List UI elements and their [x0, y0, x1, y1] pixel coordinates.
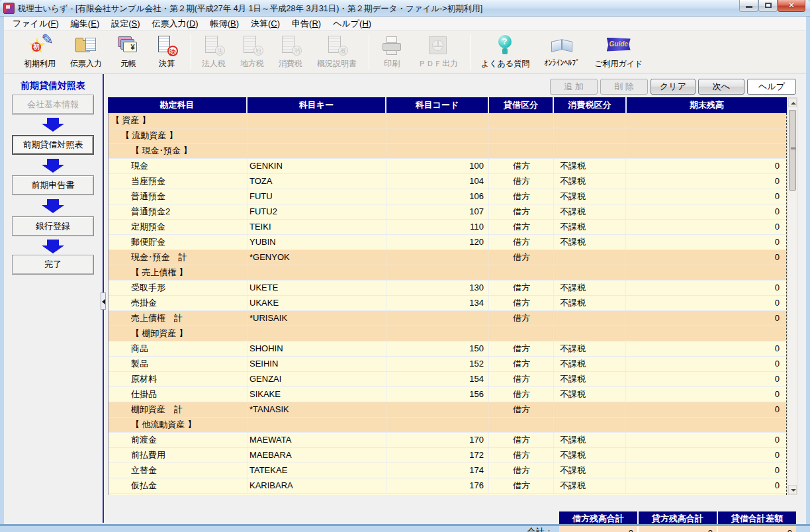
cell-dc	[489, 418, 554, 432]
section-header-row[interactable]: 【 棚卸資産 】	[109, 326, 786, 341]
sidebar-step-3[interactable]: 前期申告書	[12, 175, 94, 195]
section-header-row[interactable]: 【 他流動資産 】	[109, 418, 786, 433]
cell-tax	[554, 402, 626, 417]
toolbar-button-label: 概況説明書	[317, 58, 357, 69]
sidebar-step-5[interactable]: 完了	[12, 255, 94, 275]
table-row[interactable]: 普通預金FUTU106借方不課税0	[109, 189, 786, 204]
splitter-collapse-handle[interactable]	[101, 292, 106, 310]
subtotal-row[interactable]: 現金･預金 計*GENYOK借方0	[109, 250, 786, 265]
scrollbar-thumb[interactable]	[789, 110, 796, 191]
vertical-scrollbar[interactable]	[788, 97, 797, 495]
menu-item-3[interactable]: 設定(S)	[105, 17, 146, 31]
menu-item-7[interactable]: 申告(R)	[286, 17, 327, 31]
toolbar-button-initial-use[interactable]: 初初期利用	[19, 33, 61, 71]
sidebar-step-1: 会社基本情報	[12, 95, 94, 114]
help-button[interactable]: ヘルプ	[747, 79, 796, 95]
cell-bal	[626, 265, 785, 280]
cell-key: KARIBARA	[248, 478, 386, 493]
cell-key: *GENYOK	[248, 250, 386, 265]
table-row[interactable]: 当座預金TOZA104借方不課税0	[109, 174, 786, 189]
section-header-row[interactable]: 【 売上債権 】	[109, 265, 786, 281]
cell-bal: 0	[626, 387, 785, 402]
cell-bal: 0	[626, 478, 785, 493]
menu-item-2[interactable]: 編集(E)	[65, 17, 105, 31]
table-row[interactable]: 定期預金TEIKI110借方不課税0	[109, 220, 786, 235]
column-header-3[interactable]: 科目コード	[386, 97, 489, 113]
sidebar-step-4[interactable]: 銀行登録	[12, 216, 94, 236]
minimize-button[interactable]	[739, 0, 758, 12]
cell-dc: 借方	[489, 433, 554, 447]
toolbar-button-label: ＰＤＦ出力	[418, 58, 458, 69]
close-button[interactable]: ✕	[778, 0, 805, 12]
table-row[interactable]: 郵便貯金YUBIN120借方不課税0	[109, 235, 786, 250]
table-row[interactable]: 仕掛品SIKAKE156借方不課税0	[109, 387, 786, 402]
cell-bal	[626, 128, 785, 143]
column-header-2[interactable]: 科目キー	[248, 97, 386, 113]
cell-key: UKETE	[248, 281, 386, 295]
cell-bal: 0	[626, 174, 785, 189]
table-row[interactable]: 前渡金MAEWATA170借方不課税0	[109, 433, 786, 448]
table-row[interactable]: 製品SEIHIN152借方不課税0	[109, 357, 786, 372]
menu-item-4[interactable]: 伝票入力(D)	[146, 17, 204, 31]
cell-name: 普通預金2	[109, 204, 248, 219]
cell-code: 107	[386, 204, 489, 219]
table-row[interactable]: 受取手形UKETE130借方不課税0	[109, 281, 786, 296]
subtotal-row[interactable]: 売上債権 計*URISAIK借方0	[109, 311, 786, 326]
table-row[interactable]: 現金GENKIN100借方不課税0	[109, 159, 786, 174]
toolbar-button-closing[interactable]: 決決算	[150, 33, 184, 71]
subtotal-row[interactable]: 棚卸資産 計*TANASIK借方0	[109, 402, 786, 418]
table-row[interactable]: 売掛金UKAKE134借方不課税0	[109, 296, 786, 311]
menu-item-1[interactable]: ファイル(F)	[7, 17, 65, 31]
cell-tax	[554, 113, 626, 128]
column-header-4[interactable]: 貸借区分	[489, 97, 554, 113]
section-header-row[interactable]: 【 流動資産 】	[109, 128, 786, 144]
cell-dc: 借方	[489, 357, 554, 371]
table-row[interactable]: 仮払金KARIBARA176借方不課税0	[109, 478, 786, 494]
scroll-up-button[interactable]	[788, 98, 797, 107]
sidebar-step-2[interactable]: 前期貸借対照表	[12, 135, 94, 155]
delete-button: 削 除	[600, 79, 648, 95]
table-body[interactable]: 【 資産 】【 流動資産 】【 現金･預金 】現金GENKIN100借方不課税0…	[108, 113, 787, 495]
cell-key: TATEKAE	[248, 463, 386, 478]
section-header-row[interactable]: 【 資産 】	[109, 113, 786, 128]
table-row[interactable]: 原材料GENZAI154借方不課税0	[109, 372, 786, 387]
cell-code: 176	[386, 478, 489, 493]
toolbar-button-voucher-entry[interactable]: 伝票入力	[65, 33, 107, 71]
scroll-down-button[interactable]	[788, 485, 797, 494]
print-icon	[380, 34, 404, 57]
toolbar-button-label: 伝票入力	[70, 58, 102, 69]
table-row[interactable]: 普通預金2FUTU2107借方不課税0	[109, 204, 786, 220]
cell-key	[248, 265, 386, 280]
toolbar-button-ledger[interactable]: ¥元帳	[111, 33, 146, 71]
cell-name: 立替金	[109, 463, 248, 478]
cell-tax: 不課税	[554, 433, 626, 447]
menu-item-5[interactable]: 帳簿(B)	[204, 17, 245, 31]
cell-dc: 借方	[489, 311, 554, 326]
toolbar-button-online-help[interactable]: ｵﾝﾗｲﾝﾍﾙﾌﾟ	[539, 33, 585, 71]
section-header-row[interactable]: 【 現金･預金 】	[109, 144, 786, 159]
action-bar: 追 加削 除クリア次へヘルプ	[550, 79, 803, 95]
cell-name: 【 他流動資産 】	[109, 418, 248, 432]
menu-item-6[interactable]: 決算(C)	[245, 17, 286, 31]
table-row[interactable]: 商品SHOHIN150借方不課税0	[109, 341, 786, 357]
cell-name: 原材料	[109, 372, 248, 386]
title-bar[interactable]: 税理士いらず - [有限会社サンプル会社・第２期(平成27年 4月 1日～平成2…	[0, 0, 810, 17]
column-header-6[interactable]: 期末残高	[627, 97, 787, 113]
table-row[interactable]: 前払費用MAEBARA172借方不課税0	[109, 448, 786, 463]
cell-tax	[554, 418, 626, 432]
cell-name: 【 現金･預金 】	[109, 144, 248, 158]
next-button[interactable]: 次へ	[698, 79, 744, 95]
cell-name: 普通預金	[109, 189, 248, 204]
toolbar-button-faq[interactable]: ?よくある質問	[476, 33, 535, 71]
maximize-button[interactable]	[758, 0, 778, 12]
menu-item-8[interactable]: ヘルプ(H)	[327, 17, 377, 31]
cell-dc	[489, 128, 554, 143]
toolbar-button-guide[interactable]: Guideご利用ガイド	[589, 33, 648, 71]
column-header-1[interactable]: 勘定科目	[108, 97, 248, 113]
cell-tax: 不課税	[554, 341, 626, 356]
cell-bal: 0	[626, 204, 785, 219]
clear-button[interactable]: クリア	[651, 79, 696, 95]
table-row[interactable]: 立替金TATEKAE174借方不課税0	[109, 463, 786, 478]
column-header-5[interactable]: 消費税区分	[554, 97, 627, 113]
cell-code: 170	[386, 433, 489, 447]
